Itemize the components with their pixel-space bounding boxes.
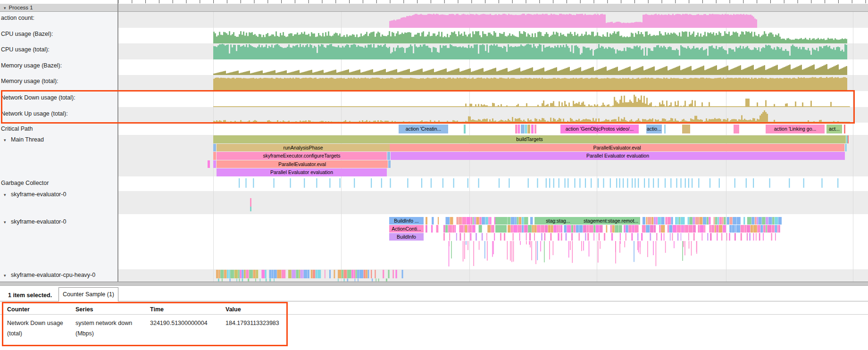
slice[interactable] [387,152,390,160]
track-label-text: CPU usage (total): [1,46,50,53]
track-label-text: Memory usage (Bazel): [1,62,62,69]
slice[interactable] [250,198,251,207]
slice-buildinfo-[interactable]: BuildInfo ... [389,217,424,225]
track-area-skyframe-evaluator-0[interactable] [118,191,868,214]
slice[interactable] [518,125,520,133]
slice-buildinfo[interactable]: BuildInfo [389,233,424,241]
slice-stagement-stage-remot-[interactable]: stagement:stage.remot... [582,217,640,225]
slice-parallelevaluator-eval[interactable]: ParallelEvaluator.eval [390,144,844,152]
cell-time: 324190.51300000004 [150,318,208,328]
slice-actionconti-[interactable]: ActionConti... [389,225,424,233]
slice-action-creatin-[interactable]: action 'Creatin... [399,125,448,133]
slice[interactable] [388,160,391,168]
slice-skyframeexecutor-configuretargets[interactable]: skyframeExecutor.configureTargets [217,152,387,160]
slice[interactable] [464,125,466,133]
slice[interactable] [664,125,666,133]
tab-counter-sample[interactable]: Counter Sample (1) [58,287,118,301]
track-area-skyframe-evaluator-cpu-heavy-0[interactable] [118,269,868,282]
track-area-garbage-collector[interactable] [118,176,868,191]
track-area-net-up[interactable] [118,107,868,123]
slice-parallel-evaluator-evaluation[interactable]: Parallel Evaluator evaluation [217,168,387,176]
track-label-text: Memory usage (total): [1,78,58,84]
slice[interactable] [250,207,251,211]
slice-buildtargets[interactable]: buildTargets [213,135,846,143]
track-label-action-count: action count: [0,14,117,22]
slice[interactable] [734,125,739,133]
track-label-critical-path: Critical Path [0,125,117,133]
slice[interactable] [682,125,690,133]
cell-series-line2: (Mbps) [75,328,94,339]
slice-parallel-evaluator-evaluation[interactable]: Parallel Evaluator evaluation [391,152,845,160]
slice[interactable] [208,160,210,168]
table-header-divider [0,314,868,315]
slice-action-genobjcprotos-video-[interactable]: action 'GenObjcProtos video/... [560,125,639,133]
cell-series-line1: system network down [75,318,132,328]
track-label-net-up: Network Up usage (total): [0,110,117,117]
slice[interactable] [213,144,216,152]
process-title: Process 1 [9,5,33,10]
tab-strip-divider [0,301,868,301]
slice[interactable] [525,125,527,133]
slice[interactable] [515,125,517,133]
slice-action-linking-go-[interactable]: action 'Linking go... [766,125,825,133]
slice[interactable] [213,152,216,160]
slice[interactable] [844,125,845,133]
selection-status: 1 item selected. [8,289,52,302]
track-label-cpu-bazel: CPU usage (Bazel): [0,30,117,38]
process-header[interactable]: ▾Process 1 [0,4,868,12]
disclosure-triangle-icon[interactable]: ▾ [4,136,11,143]
label-chart-divider [117,0,118,282]
track-label-mem-bazel: Memory usage (Bazel): [0,62,117,69]
disclosure-triangle-icon[interactable]: ▾ [4,191,11,198]
track-area-mem-total[interactable] [118,75,868,91]
track-label-cpu-total: CPU usage (total): [0,46,117,53]
track-label-text: action count: [1,15,34,21]
cell-value: 184.1793113323983 [225,318,279,328]
slice[interactable] [848,135,849,143]
track-area-net-down[interactable] [118,91,868,107]
horizontal-scrollbar[interactable] [0,282,868,286]
disclosure-triangle-icon[interactable]: ▾ [4,272,11,279]
time-gridline [853,12,853,282]
table-header-counter: Counter [7,305,30,314]
track-label-text: skyframe-evaluator-cpu-heavy-0 [11,272,95,278]
table-header-value: Value [225,305,241,314]
slice-actio-[interactable]: actio... [646,125,662,133]
slice[interactable] [213,160,216,168]
track-area-cpu-bazel[interactable] [118,28,868,43]
track-area-skyframe-evaluator-0-b[interactable] [118,214,868,269]
slice[interactable] [845,144,847,152]
slice[interactable] [495,217,507,225]
slice[interactable] [527,125,530,133]
disclosure-triangle-icon[interactable]: ▾ [4,218,11,225]
table-header-series: Series [75,305,93,314]
slice-parallelevaluator-eval[interactable]: ParallelEvaluator.eval [217,160,388,168]
timeline-ruler[interactable] [0,0,868,4]
slice[interactable] [531,125,534,133]
track-label-skyframe-evaluator-0-b[interactable]: ▾skyframe-evaluator-0 [0,218,117,225]
tab-counter-sample-label: Counter Sample (1) [63,291,114,298]
track-label-skyframe-evaluator-0[interactable]: ▾skyframe-evaluator-0 [0,191,117,198]
slice-act-[interactable]: act... [826,125,842,133]
track-label-text: Network Up usage (total): [1,110,68,117]
track-label-main-thread[interactable]: ▾Main Thread [0,136,117,143]
track-label-text: skyframe-evaluator-0 [11,218,66,225]
track-label-text: CPU usage (Bazel): [1,31,53,37]
slice[interactable] [534,125,536,133]
track-area-cpu-total[interactable] [118,43,868,59]
slice[interactable] [495,225,507,233]
collapse-triangle-icon[interactable]: ▾ [4,4,6,12]
slice[interactable] [521,125,525,133]
cell-counter-line2: (total) [7,328,22,339]
track-label-net-down: Network Down usage (total): [0,94,117,101]
slice-runanalysisphase[interactable]: runAnalysisPhase [217,144,390,152]
track-area-mem-bazel[interactable] [118,59,868,75]
track-label-skyframe-evaluator-cpu-heavy-0[interactable]: ▾skyframe-evaluator-cpu-heavy-0 [0,271,117,279]
track-label-text: Network Down usage (total): [1,94,75,101]
track-area-critical-path[interactable] [118,123,868,135]
track-label-mem-total: Memory usage (total): [0,77,117,85]
trace-viewer: ▾Process 1 action count:CPU usage (Bazel… [0,0,868,350]
slice-stag-stag-[interactable]: stag:stag... [534,217,582,225]
track-area-action-count[interactable] [118,12,868,28]
track-label-text: Critical Path [1,125,33,132]
